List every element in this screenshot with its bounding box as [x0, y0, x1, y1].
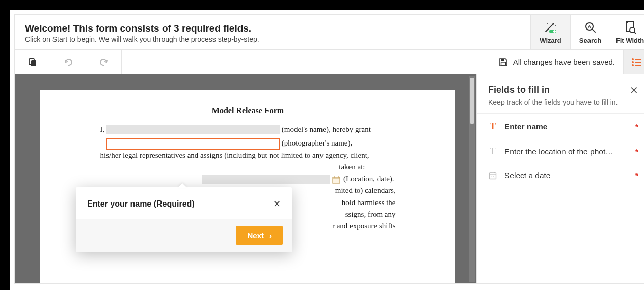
chevron-right-icon: ›: [269, 231, 272, 240]
svg-point-16: [632, 61, 634, 63]
svg-point-0: [547, 23, 548, 24]
svg-text:A: A: [588, 24, 591, 29]
svg-text:15: 15: [491, 176, 495, 179]
field-item-name[interactable]: T Enter name *: [477, 114, 644, 139]
wizard-popover: Enter your name (Required) ✕ Next ›: [76, 187, 292, 252]
wizard-button[interactable]: Wizard: [530, 15, 570, 49]
search-button[interactable]: A Search: [570, 15, 610, 49]
copy-icon: [28, 57, 38, 67]
document-viewport[interactable]: Model Release Form I, (model's name), he…: [15, 74, 476, 283]
toolbar: All changes have been saved.: [15, 50, 644, 74]
fit-width-icon: [624, 20, 636, 35]
required-star: *: [635, 171, 638, 180]
search-icon: A: [584, 20, 597, 35]
field-label: Select a date: [504, 171, 628, 180]
welcome-subtitle: Click on Start to begin. We will walk yo…: [25, 35, 259, 43]
undo-button[interactable]: [50, 50, 86, 74]
next-button-label: Next: [247, 231, 264, 240]
panel-title: Fields to fill in: [488, 84, 550, 95]
location-date-field[interactable]: [202, 175, 330, 184]
svg-point-3: [553, 30, 556, 33]
header-actions: Wizard A Search: [530, 15, 644, 49]
doc-line-4: taken at:: [100, 161, 396, 173]
required-star: *: [635, 147, 638, 156]
scrollbar-thumb[interactable]: [470, 78, 474, 124]
redo-icon: [98, 57, 110, 67]
svg-line-5: [592, 29, 595, 32]
svg-point-8: [630, 27, 635, 33]
undo-icon: [63, 57, 74, 67]
doc-line-3: his/her legal representatives and assign…: [100, 150, 396, 161]
text-icon: T: [488, 146, 497, 157]
save-status-text: All changes have been saved.: [513, 57, 615, 66]
svg-rect-11: [31, 60, 36, 66]
redo-button[interactable]: [86, 50, 122, 74]
doc-line1-suffix: (model's name), hereby grant: [282, 125, 371, 133]
calendar-icon: 15: [488, 171, 497, 180]
doc-line-2: I, (photographer's name),: [100, 137, 396, 150]
next-button[interactable]: Next ›: [236, 226, 283, 245]
document-title: Model Release Form: [66, 105, 430, 118]
doc-line9-tail: r and exposure shifts: [332, 222, 396, 230]
doc-line4-suffix: taken at:: [339, 163, 365, 171]
model-name-field[interactable]: [106, 125, 280, 134]
panel-close-button[interactable]: ✕: [630, 85, 638, 95]
checklist-icon: [631, 57, 642, 67]
doc-line7-tail: hold harmless the: [342, 198, 396, 207]
field-label: Enter name: [504, 122, 628, 131]
fields-panel: Fields to fill in ✕ Keep track of the fi…: [476, 74, 644, 283]
search-label: Search: [579, 37, 601, 44]
doc-line1-prefix: I,: [100, 125, 107, 133]
popover-close-button[interactable]: ✕: [273, 198, 281, 210]
document-page: Model Release Form I, (model's name), he…: [40, 90, 455, 283]
copy-button[interactable]: [15, 50, 50, 74]
calendar-icon: [332, 176, 340, 184]
content-area: Model Release Form I, (model's name), he…: [15, 74, 644, 283]
required-star: *: [635, 122, 638, 131]
welcome-block: Welcome! This form consists of 3 require…: [15, 15, 270, 49]
popover-arrow: [178, 183, 187, 188]
svg-point-14: [632, 58, 634, 60]
doc-line5-suffix: (Location, date).: [343, 175, 394, 183]
text-icon: T: [488, 121, 497, 132]
fields-panel-toggle[interactable]: [623, 50, 644, 74]
doc-line2-suffix: (photographer's name),: [282, 139, 353, 147]
wizard-label: Wizard: [540, 37, 561, 44]
field-item-date[interactable]: 15 Select a date *: [477, 164, 644, 187]
panel-subtitle: Keep track of the fields you have to fil…: [488, 98, 638, 106]
doc-line6-tail: mited to) calendars,: [335, 186, 396, 194]
save-status: All changes have been saved.: [499, 50, 623, 74]
svg-point-1: [555, 25, 556, 26]
popover-title: Enter your name (Required): [87, 199, 195, 209]
fit-width-button[interactable]: Fit Width: [610, 15, 644, 49]
svg-rect-20: [333, 177, 340, 183]
svg-point-18: [632, 64, 634, 66]
welcome-title: Welcome! This form consists of 3 require…: [25, 23, 259, 34]
field-label: Enter the location of the phot…: [504, 147, 628, 156]
doc-line-5: (Location, date).: [100, 173, 396, 185]
save-icon: [499, 57, 508, 67]
doc-line-1: I, (model's name), hereby grant: [100, 124, 396, 135]
svg-rect-12: [501, 59, 504, 61]
wizard-icon: [544, 20, 557, 35]
svg-line-9: [634, 32, 636, 34]
doc-line8-tail: ssigns, from any: [345, 210, 396, 218]
fit-width-label: Fit Width: [616, 37, 644, 44]
field-item-location[interactable]: T Enter the location of the phot… *: [477, 139, 644, 164]
photographer-name-field[interactable]: [106, 138, 280, 150]
top-bar: Welcome! This form consists of 3 require…: [15, 15, 644, 50]
vertical-scrollbar[interactable]: [469, 76, 475, 282]
svg-rect-13: [501, 62, 505, 65]
